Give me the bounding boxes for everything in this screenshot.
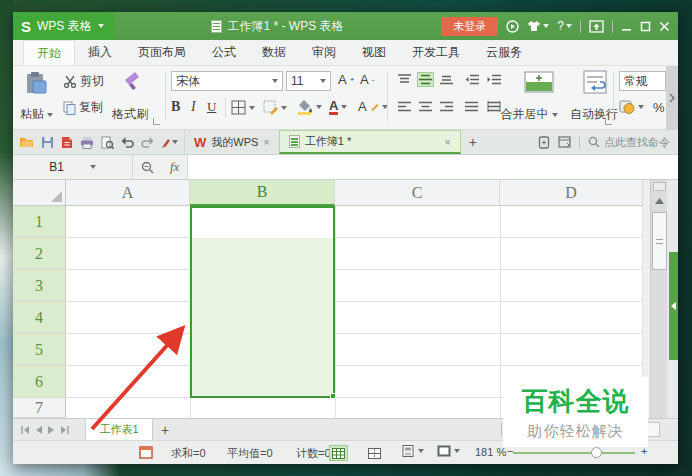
selection-range-b1-b6[interactable] — [190, 206, 335, 398]
wrap-text-button[interactable] — [583, 70, 607, 94]
side-panel-pull-tab[interactable] — [669, 252, 678, 360]
column-header-d[interactable]: D — [500, 180, 643, 206]
align-bottom-button[interactable] — [438, 72, 455, 87]
doc-locate-button[interactable] — [538, 136, 550, 149]
ribbon-next-group-button[interactable] — [666, 66, 678, 130]
font-size-select[interactable]: 11 — [286, 71, 331, 91]
tab-my-wps[interactable]: W 我的WPS × — [184, 130, 279, 154]
close-tab-icon[interactable]: × — [444, 136, 450, 148]
row-header-7[interactable]: 7 — [13, 398, 66, 418]
shrink-font-button[interactable]: A- — [360, 72, 374, 87]
underline-button[interactable]: U — [207, 99, 216, 115]
borders-button[interactable] — [231, 100, 255, 115]
alignment-dialog-launcher[interactable] — [605, 118, 612, 125]
increase-indent-button[interactable] — [485, 72, 502, 87]
page-break-view-button[interactable] — [365, 445, 384, 461]
italic-button[interactable]: I — [191, 99, 196, 115]
save-button[interactable] — [41, 136, 54, 149]
login-button[interactable]: 未登录 — [441, 17, 498, 36]
align-top-button[interactable] — [396, 72, 413, 87]
tab-view[interactable]: 视图 — [349, 40, 399, 65]
minimize-button[interactable] — [621, 21, 632, 32]
column-header-a[interactable]: A — [66, 180, 190, 206]
format-painter-button[interactable] — [121, 70, 143, 94]
row-header-1[interactable]: 1 — [13, 206, 66, 238]
tab-developer[interactable]: 开发工具 — [399, 40, 473, 65]
command-search[interactable]: 点此查找命令 — [588, 135, 670, 150]
paste-button[interactable] — [23, 71, 49, 95]
page-layout-view-button[interactable] — [401, 445, 424, 457]
print-button[interactable] — [80, 136, 94, 149]
zoom-slider-thumb[interactable] — [591, 447, 602, 458]
align-center-button[interactable] — [417, 99, 434, 114]
row-header-3[interactable]: 3 — [13, 270, 66, 302]
first-sheet-button[interactable] — [21, 426, 30, 434]
decrease-indent-button[interactable] — [463, 72, 480, 87]
zoom-formula-button[interactable] — [133, 155, 162, 179]
zoom-slider-track[interactable] — [513, 452, 635, 454]
font-color-button[interactable]: A — [329, 99, 347, 115]
redo-button[interactable] — [141, 137, 154, 148]
open-button[interactable] — [19, 136, 34, 148]
hide-ribbon-button[interactable] — [589, 20, 604, 33]
tab-formulas[interactable]: 公式 — [199, 40, 249, 65]
tab-list-button[interactable] — [558, 136, 571, 148]
print-preview-button[interactable] — [101, 136, 114, 149]
scrollbar-thumb[interactable] — [652, 212, 667, 270]
name-box[interactable]: B1 — [13, 155, 133, 179]
merge-center-button[interactable] — [523, 70, 555, 94]
row-header-6[interactable]: 6 — [13, 366, 66, 398]
formula-input[interactable] — [187, 155, 678, 179]
draw-border-button[interactable] — [263, 100, 287, 115]
cut-button[interactable]: 剪切 — [63, 73, 104, 90]
feedback-button[interactable] — [506, 20, 519, 33]
currency-format-button[interactable] — [619, 99, 644, 114]
next-sheet-button[interactable] — [48, 426, 54, 434]
align-middle-button[interactable] — [417, 72, 434, 87]
maximize-button[interactable] — [640, 21, 651, 32]
close-tab-icon[interactable]: × — [263, 136, 269, 148]
tab-review[interactable]: 审阅 — [299, 40, 349, 65]
undo-button[interactable] — [121, 137, 134, 148]
column-header-c[interactable]: C — [335, 180, 500, 206]
align-left-button[interactable] — [396, 99, 413, 114]
column-header-b[interactable]: B — [190, 180, 335, 206]
number-format-select[interactable]: 常规 — [619, 71, 666, 91]
fill-handle[interactable] — [330, 393, 336, 399]
row-header-5[interactable]: 5 — [13, 334, 66, 366]
new-tab-button[interactable]: + — [461, 130, 485, 154]
export-pdf-button[interactable] — [61, 136, 73, 149]
select-all-corner[interactable] — [13, 180, 66, 206]
align-right-button[interactable] — [438, 99, 455, 114]
tab-home[interactable]: 开始 — [23, 40, 75, 65]
fullscreen-view-button[interactable] — [437, 445, 460, 457]
row-header-4[interactable]: 4 — [13, 302, 66, 334]
cell-mode-button[interactable] — [139, 445, 153, 459]
add-sheet-button[interactable]: + — [153, 419, 177, 440]
tab-data[interactable]: 数据 — [249, 40, 299, 65]
bold-button[interactable]: B — [171, 99, 180, 115]
tab-page-layout[interactable]: 页面布局 — [125, 40, 199, 65]
close-button[interactable] — [659, 21, 670, 32]
tab-cloud[interactable]: 云服务 — [473, 40, 535, 65]
wps-menu-button[interactable]: S WPS 表格 — [13, 12, 114, 40]
insert-function-button[interactable]: fx — [162, 155, 187, 179]
quick-style-button[interactable] — [161, 137, 178, 148]
justify-button[interactable] — [463, 99, 480, 114]
help-button[interactable]: ? — [557, 19, 572, 33]
last-sheet-button[interactable] — [60, 426, 69, 434]
paste-label[interactable]: 粘贴 — [20, 106, 53, 123]
normal-view-button[interactable] — [329, 445, 348, 461]
skin-button[interactable] — [527, 20, 549, 32]
clipboard-dialog-launcher[interactable] — [153, 118, 160, 125]
sheet-tab-worksheet1[interactable]: 工作表1 — [85, 419, 153, 440]
grow-font-button[interactable]: A+ — [338, 72, 354, 87]
tab-insert[interactable]: 插入 — [75, 40, 125, 65]
font-name-select[interactable]: 宋体 — [171, 71, 283, 91]
fill-color-button[interactable] — [297, 99, 322, 115]
scroll-up-button[interactable] — [653, 194, 666, 207]
tab-workbook1[interactable]: 工作簿1 * × — [279, 130, 461, 154]
prev-sheet-button[interactable] — [36, 426, 42, 434]
text-effects-button[interactable]: A — [358, 99, 388, 114]
percent-format-button[interactable]: % — [653, 100, 665, 115]
